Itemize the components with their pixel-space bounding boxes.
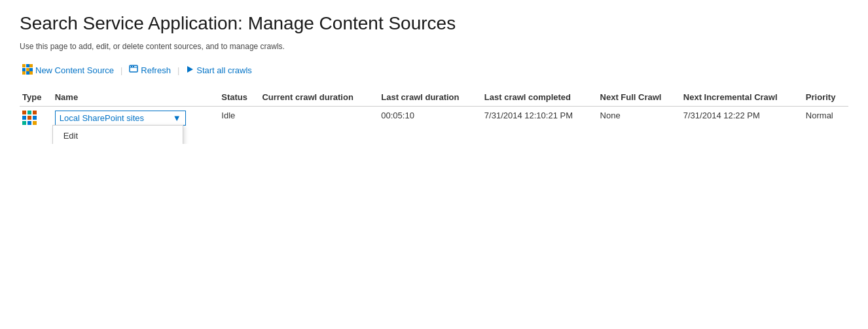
row-next-incremental-crawl-value: 7/31/2014 12:22 PM [683,111,760,120]
sharepoint-type-icon [22,117,37,127]
col-last-crawl-completed: Last crawl completed [482,88,598,107]
row-last-crawl-completed-cell: 7/31/2014 12:10:21 PM [482,107,598,131]
svg-rect-11 [131,66,132,67]
menu-item-edit[interactable]: Edit [53,126,183,144]
refresh-label: Refresh [141,65,171,75]
svg-rect-5 [29,68,33,71]
col-next-incremental-crawl: Next Incremental Crawl [681,88,803,107]
svg-rect-4 [26,68,29,71]
svg-marker-13 [187,66,193,73]
toolbar: New Content Source | Refresh | Start all… [20,63,848,78]
svg-rect-12 [133,66,134,67]
row-next-full-crawl-cell: None [598,107,681,131]
svg-rect-16 [33,111,37,114]
col-status: Status [219,88,259,107]
col-name: Name [52,88,219,107]
col-current-crawl-duration: Current crawl duration [259,88,378,107]
row-last-crawl-duration-cell: 00:05:10 [378,107,482,131]
svg-rect-7 [26,71,29,75]
toolbar-separator-1: | [120,65,122,75]
refresh-icon [129,65,138,76]
svg-rect-22 [33,121,37,125]
svg-rect-19 [33,116,37,120]
new-content-source-icon [22,64,33,77]
new-content-source-button[interactable]: New Content Source [20,63,117,78]
svg-rect-6 [22,71,26,75]
name-dropdown-label: Local SharePoint sites [60,113,144,123]
table-row: Local SharePoint sites ▼ Edit View Crawl… [20,107,848,131]
svg-rect-17 [22,116,26,120]
table-header-row: Type Name Status Current crawl duration … [20,88,848,107]
content-sources-table: Type Name Status Current crawl duration … [20,88,848,131]
row-current-crawl-duration-cell [259,107,378,131]
toolbar-separator-2: | [177,65,179,75]
start-all-crawls-button[interactable]: Start all crawls [183,64,255,77]
svg-rect-8 [29,71,33,75]
dropdown-arrow-icon: ▼ [173,113,181,123]
row-last-crawl-duration-value: 00:05:10 [381,111,414,120]
row-name-cell: Local SharePoint sites ▼ Edit View Crawl… [52,107,219,131]
svg-rect-15 [27,111,31,114]
row-next-full-crawl-value: None [600,111,621,120]
col-priority: Priority [803,88,848,107]
context-dropdown-menu: Edit View Crawl Log Start Full Crawl Sta… [52,125,183,144]
refresh-button[interactable]: Refresh [126,63,173,77]
svg-rect-0 [22,64,26,67]
svg-rect-20 [22,121,26,125]
row-status-value: Idle [221,111,235,120]
svg-rect-2 [29,64,33,67]
svg-rect-18 [27,116,31,120]
row-status-cell: Idle [219,107,259,131]
start-all-crawls-label: Start all crawls [196,65,252,75]
row-priority-cell: Normal [803,107,848,131]
page-description: Use this page to add, edit, or delete co… [20,42,848,51]
svg-rect-3 [22,68,26,71]
row-priority-value: Normal [806,111,833,120]
col-type: Type [20,88,52,107]
new-content-source-label: New Content Source [35,65,114,75]
svg-rect-21 [27,121,31,125]
row-type-cell [20,107,52,131]
svg-rect-1 [26,64,29,67]
page-title: Search Service Application: Manage Conte… [20,13,848,34]
start-all-crawls-icon [186,65,194,75]
name-dropdown-button[interactable]: Local SharePoint sites ▼ [55,111,186,126]
row-last-crawl-completed-value: 7/31/2014 12:10:21 PM [484,111,573,120]
row-next-incremental-crawl-cell: 7/31/2014 12:22 PM [681,107,803,131]
svg-rect-14 [22,111,26,114]
col-next-full-crawl: Next Full Crawl [598,88,681,107]
col-last-crawl-duration: Last crawl duration [378,88,482,107]
